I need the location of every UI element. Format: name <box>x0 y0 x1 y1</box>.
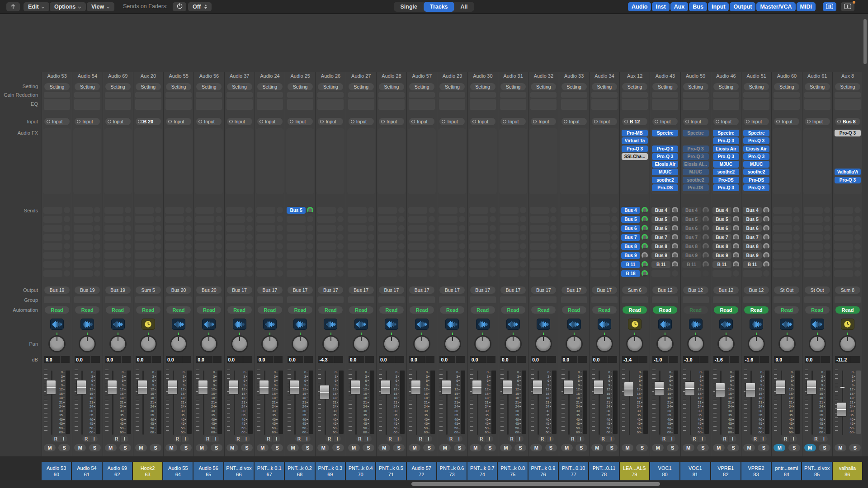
send-level-knob[interactable] <box>672 261 678 267</box>
empty-send-slot[interactable] <box>226 234 245 241</box>
solo-button[interactable]: S <box>363 444 374 451</box>
empty-send-slot[interactable] <box>591 225 610 232</box>
fader-cap[interactable] <box>472 380 482 394</box>
empty-send-slot[interactable] <box>317 261 336 268</box>
track-name-cell[interactable]: PNT...d vox66 <box>224 462 255 480</box>
setting-button[interactable]: Setting <box>744 83 769 90</box>
empty-send-slot[interactable] <box>591 261 610 268</box>
send-slot[interactable]: Bus 7 <box>651 234 670 241</box>
audio-fx-region[interactable] <box>377 128 406 194</box>
output-button[interactable]: Bus 19 <box>75 286 100 294</box>
volume-display[interactable]: 0.0 <box>44 356 70 363</box>
fader-cap[interactable] <box>837 402 847 417</box>
empty-send-slot[interactable] <box>500 252 519 259</box>
group-slot[interactable] <box>683 296 709 303</box>
track-name-cell[interactable]: Hook263 <box>133 462 163 480</box>
empty-send-slot[interactable] <box>500 216 519 223</box>
send-slot[interactable]: Bus 5 <box>651 216 670 223</box>
empty-send-slot[interactable] <box>773 225 792 232</box>
automation-mode-button[interactable]: Read <box>379 306 404 314</box>
empty-send-slot[interactable] <box>256 270 275 277</box>
track-name-cell[interactable]: LEA...ALS79 <box>620 462 650 480</box>
volume-display[interactable]: 0.0 <box>75 356 100 363</box>
track-name-cell[interactable]: Audio 5360 <box>42 462 72 480</box>
input-monitor-button[interactable]: I <box>273 436 280 442</box>
track-name-cell[interactable]: VOC181 <box>680 462 711 480</box>
input-monitor-button[interactable]: I <box>547 436 554 442</box>
input-button[interactable]: Input <box>439 118 465 125</box>
sends-mode-select[interactable]: Off <box>188 2 212 11</box>
output-button[interactable]: Bus 20 <box>166 286 191 294</box>
volume-display[interactable]: -1.6 <box>713 356 739 363</box>
track-name-cell[interactable]: PNT...k 0.268 <box>285 462 315 480</box>
automation-mode-button[interactable]: Read <box>774 306 799 314</box>
send-slot[interactable]: Bus 6 <box>743 225 762 232</box>
input-button[interactable]: Input <box>500 118 526 125</box>
empty-send-slot[interactable] <box>530 252 549 259</box>
solo-button[interactable]: S <box>484 444 496 451</box>
eq-display[interactable] <box>257 99 283 110</box>
view-mode-tracks[interactable]: Tracks <box>424 2 454 12</box>
pan-knob[interactable] <box>140 335 157 352</box>
input-button[interactable]: Input <box>44 118 70 125</box>
fader-cap[interactable] <box>320 385 330 399</box>
input-monitor-button[interactable]: I <box>760 436 767 442</box>
send-slot[interactable]: Bus 4 <box>743 207 762 214</box>
volume-display[interactable]: -1.6 <box>744 356 769 363</box>
volume-display[interactable]: 0.0 <box>349 356 374 363</box>
empty-send-slot[interactable] <box>773 243 792 250</box>
send-slot[interactable]: Bus 9 <box>651 252 670 259</box>
input-monitor-button[interactable]: I <box>577 436 585 442</box>
view-mode-single[interactable]: Single <box>394 2 424 12</box>
output-button[interactable]: Bus 19 <box>105 286 131 294</box>
group-slot[interactable] <box>257 296 283 303</box>
empty-send-slot[interactable] <box>74 252 93 259</box>
empty-send-slot[interactable] <box>348 207 367 214</box>
audio-fx-region[interactable] <box>316 128 344 194</box>
setting-button[interactable]: Setting <box>166 83 191 90</box>
record-enable-button[interactable]: R <box>751 436 759 442</box>
empty-send-slot[interactable] <box>561 234 580 241</box>
empty-send-slot[interactable] <box>439 207 458 214</box>
plugin-slot[interactable]: Spectre <box>652 130 678 136</box>
input-monitor-button[interactable]: I <box>334 436 341 442</box>
empty-send-slot[interactable] <box>378 252 397 259</box>
plugin-slot[interactable]: Pro-Q 3 <box>713 137 739 144</box>
empty-send-slot[interactable] <box>530 216 549 223</box>
eq-display[interactable] <box>743 99 769 110</box>
fader-cap[interactable] <box>46 380 56 394</box>
send-level-knob[interactable] <box>642 216 648 222</box>
send-slot[interactable]: Bus 8 <box>743 243 762 250</box>
input-monitor-button[interactable]: I <box>820 436 828 442</box>
empty-send-slot[interactable] <box>834 252 853 259</box>
audio-fx-region[interactable] <box>43 128 71 194</box>
empty-send-slot[interactable] <box>500 270 519 277</box>
plugin-slot[interactable]: ValhallaVi <box>835 169 861 175</box>
audio-fx-region[interactable] <box>438 128 466 194</box>
empty-send-slot[interactable] <box>804 261 823 268</box>
plugin-slot[interactable]: Pro-Q 3 <box>713 184 739 191</box>
input-monitor-button[interactable]: I <box>60 436 68 442</box>
fader-cap[interactable] <box>502 380 512 394</box>
send-level-knob[interactable] <box>733 216 739 222</box>
mute-button[interactable]: M <box>774 444 785 451</box>
empty-send-slot[interactable] <box>43 225 62 232</box>
record-enable-button[interactable]: R <box>52 436 60 442</box>
mute-button[interactable]: M <box>713 444 725 451</box>
audio-fx-region[interactable] <box>195 128 223 194</box>
empty-send-slot[interactable] <box>439 225 458 232</box>
audio-fx-region[interactable] <box>834 128 862 194</box>
send-level-knob[interactable] <box>642 252 648 258</box>
send-slot[interactable]: Bus 6 <box>682 225 701 232</box>
empty-send-slot[interactable] <box>530 261 549 268</box>
plugin-slot[interactable]: Pro-Q 3 <box>652 153 678 160</box>
volume-display[interactable]: -11.2 <box>835 356 860 363</box>
automation-mode-button[interactable]: Read <box>288 306 312 314</box>
group-slot[interactable] <box>591 296 618 303</box>
send-level-knob[interactable] <box>733 243 739 249</box>
filter-input[interactable]: Input <box>708 2 729 11</box>
empty-send-slot[interactable] <box>74 261 93 268</box>
send-level-knob[interactable] <box>733 225 739 231</box>
empty-send-slot[interactable] <box>408 270 427 277</box>
send-level-knob[interactable] <box>703 207 709 213</box>
